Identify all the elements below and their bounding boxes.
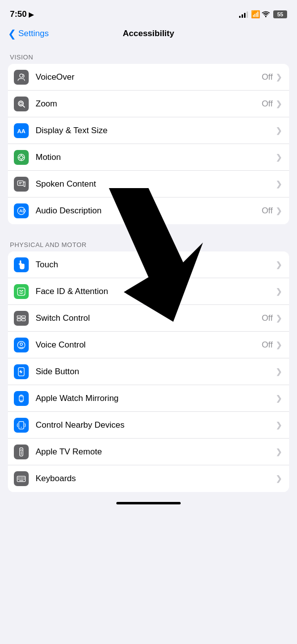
zoom-chevron: ❯: [276, 99, 282, 108]
side-button-row[interactable]: Side Button ❯: [8, 358, 289, 385]
svg-point-3: [20, 102, 22, 104]
apple-tv-remote-label: Apple TV Remote: [36, 447, 276, 457]
touch-row[interactable]: Touch ❯: [8, 251, 289, 278]
svg-point-30: [20, 449, 22, 451]
touch-icon: [14, 257, 29, 272]
svg-rect-15: [17, 316, 21, 318]
bar3: [244, 13, 246, 18]
touch-label: Touch: [36, 260, 276, 270]
display-text-row[interactable]: AA Display & Text Size ❯: [8, 117, 289, 144]
switch-control-label: Switch Control: [36, 313, 262, 323]
page-title: Accessibility: [123, 29, 174, 39]
voice-control-label: Voice Control: [36, 340, 262, 350]
voice-control-value: Off: [262, 340, 273, 350]
svg-rect-26: [20, 401, 23, 402]
voice-control-icon: [14, 338, 29, 352]
apple-tv-remote-icon: [14, 445, 29, 459]
motion-icon: [14, 150, 29, 165]
wifi-symbol: [261, 11, 270, 18]
svg-rect-39: [24, 478, 25, 479]
time-display: 7:50: [10, 9, 27, 19]
svg-rect-44: [22, 479, 23, 480]
keyboards-row[interactable]: Keyboards ❯: [8, 465, 289, 492]
switch-control-row[interactable]: Switch Control Off ❯: [8, 305, 289, 332]
status-time: 7:50 ▶: [10, 9, 34, 19]
motion-label: Motion: [36, 152, 276, 162]
svg-rect-42: [19, 480, 23, 481]
keyboards-icon: [14, 471, 29, 486]
back-chevron-icon: ❮: [8, 28, 16, 40]
svg-rect-43: [21, 479, 22, 480]
zoom-label: Zoom: [36, 99, 262, 109]
control-nearby-chevron: ❯: [276, 421, 282, 430]
control-nearby-icon: [14, 418, 29, 433]
zoom-icon: [14, 97, 29, 111]
location-icon: ▶: [29, 11, 34, 18]
svg-point-20: [20, 343, 23, 345]
voice-control-row[interactable]: Voice Control Off ❯: [8, 332, 289, 358]
motion-chevron: ❯: [276, 153, 282, 162]
side-button-icon: [14, 364, 29, 379]
svg-point-1: [20, 74, 23, 77]
audio-description-row[interactable]: AD Audio Description Off ❯: [8, 198, 289, 224]
apple-tv-remote-chevron: ❯: [276, 447, 282, 456]
svg-rect-25: [20, 395, 23, 396]
svg-text:AD: AD: [19, 208, 26, 213]
signal-bars: [239, 11, 248, 18]
apple-watch-mirroring-label: Apple Watch Mirroring: [36, 394, 276, 403]
control-nearby-row[interactable]: Control Nearby Devices ❯: [8, 412, 289, 439]
touch-chevron: ❯: [276, 260, 282, 269]
svg-point-14: [22, 290, 23, 292]
svg-rect-41: [19, 479, 20, 480]
display-text-icon: AA: [14, 123, 29, 138]
svg-rect-33: [21, 454, 22, 454]
apple-watch-mirroring-row[interactable]: Apple Watch Mirroring ❯: [8, 385, 289, 412]
svg-rect-31: [21, 452, 22, 452]
spoken-content-row[interactable]: Spoken Content ❯: [8, 171, 289, 198]
svg-rect-37: [21, 478, 22, 479]
home-indicator-area: [0, 492, 297, 509]
svg-rect-40: [18, 479, 19, 480]
display-text-label: Display & Text Size: [36, 126, 276, 136]
apple-watch-mirroring-chevron: ❯: [276, 394, 282, 403]
audio-description-icon: AD: [14, 203, 29, 218]
status-right: 📶 55: [239, 10, 287, 19]
physical-motor-settings-group: Touch ❯ Face ID & Attention ❯ Switc: [8, 251, 289, 492]
face-id-chevron: ❯: [276, 287, 282, 296]
switch-control-icon: [14, 311, 29, 326]
back-button[interactable]: ❮ Settings: [8, 28, 49, 40]
voiceover-row[interactable]: VoiceOver Off ❯: [8, 64, 289, 91]
audio-description-value: Off: [262, 206, 273, 216]
display-text-chevron: ❯: [276, 126, 282, 135]
svg-rect-45: [24, 479, 25, 480]
apple-tv-remote-row[interactable]: Apple TV Remote ❯: [8, 439, 289, 465]
svg-rect-7: [18, 181, 24, 185]
svg-point-0: [265, 16, 267, 17]
zoom-value: Off: [262, 99, 273, 109]
voice-control-chevron: ❯: [276, 341, 282, 349]
svg-rect-38: [22, 478, 23, 479]
svg-rect-27: [19, 421, 24, 429]
spoken-content-icon: [14, 177, 29, 192]
spoken-content-chevron: ❯: [276, 180, 282, 189]
side-button-label: Side Button: [36, 367, 276, 377]
bar1: [239, 16, 241, 18]
motion-row[interactable]: Motion ❯: [8, 144, 289, 171]
svg-point-28: [21, 427, 22, 428]
svg-rect-22: [19, 396, 23, 401]
spoken-content-label: Spoken Content: [36, 179, 276, 189]
physical-motor-section-label: PHYSICAL AND MOTOR: [0, 232, 297, 251]
control-nearby-label: Control Nearby Devices: [36, 420, 276, 430]
svg-rect-16: [22, 316, 26, 318]
voiceover-label: VoiceOver: [36, 72, 262, 82]
zoom-row[interactable]: Zoom Off ❯: [8, 91, 289, 117]
svg-point-6: [20, 155, 23, 159]
face-id-label: Face ID & Attention: [36, 287, 276, 297]
svg-rect-17: [17, 318, 21, 320]
battery-indicator: 55: [273, 10, 287, 18]
svg-rect-35: [18, 478, 19, 479]
nav-bar: ❮ Settings Accessibility: [0, 25, 297, 45]
face-id-row[interactable]: Face ID & Attention ❯: [8, 278, 289, 305]
svg-rect-36: [19, 478, 20, 479]
audio-description-label: Audio Description: [36, 206, 262, 216]
